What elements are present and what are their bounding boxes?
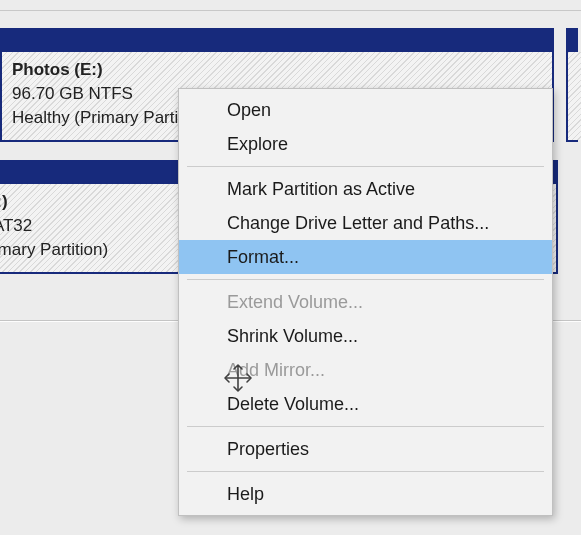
volume-body <box>568 52 581 140</box>
menu-separator <box>187 279 544 280</box>
menu-separator <box>187 166 544 167</box>
menu-item-open[interactable]: Open <box>179 93 552 127</box>
menu-separator <box>187 471 544 472</box>
volume-header-bar <box>568 30 576 52</box>
menu-item-change-drive-letter-and-paths[interactable]: Change Drive Letter and Paths... <box>179 206 552 240</box>
panel-top-rule <box>0 10 581 11</box>
menu-item-extend-volume: Extend Volume... <box>179 285 552 319</box>
menu-item-explore[interactable]: Explore <box>179 127 552 161</box>
menu-item-add-mirror: Add Mirror... <box>179 353 552 387</box>
menu-item-help[interactable]: Help <box>179 477 552 511</box>
menu-item-properties[interactable]: Properties <box>179 432 552 466</box>
menu-item-delete-volume[interactable]: Delete Volume... <box>179 387 552 421</box>
menu-item-mark-partition-as-active[interactable]: Mark Partition as Active <box>179 172 552 206</box>
volume-context-menu: OpenExploreMark Partition as ActiveChang… <box>178 88 553 516</box>
volume-tile-adjacent[interactable] <box>566 28 578 142</box>
disk-management-panel: Photos (E:) 96.70 GB NTFS Healthy (Prima… <box>0 0 581 535</box>
menu-item-format[interactable]: Format... <box>179 240 552 274</box>
volume-name-label: Photos (E:) <box>12 58 542 82</box>
volume-header-bar <box>2 30 552 52</box>
menu-item-shrink-volume[interactable]: Shrink Volume... <box>179 319 552 353</box>
menu-separator <box>187 426 544 427</box>
